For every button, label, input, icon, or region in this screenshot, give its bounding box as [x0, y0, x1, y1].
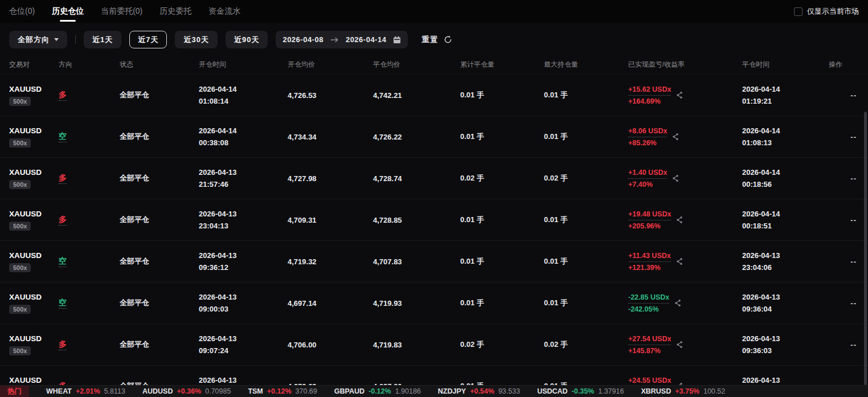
date-range-quick-button[interactable]: 近30天: [175, 31, 217, 48]
ticker-item[interactable]: AUDUSD +0.36% 0.70985: [142, 387, 231, 395]
pair-symbol: XAUUSD: [9, 168, 59, 177]
max-volume: 0.01 手: [544, 132, 628, 142]
open-date: 2026-04-14: [199, 125, 288, 137]
status-label: 全部平仓: [120, 215, 199, 225]
date-range-quick-button[interactable]: 近1天: [84, 31, 121, 48]
share-icon[interactable]: [672, 174, 679, 182]
share-icon[interactable]: [674, 299, 682, 307]
pair-cell: XAUUSD 500x: [9, 293, 59, 314]
share-icon[interactable]: [675, 216, 683, 224]
pair-cell: XAUUSD 500x: [9, 85, 59, 106]
pair-cell: XAUUSD 500x: [9, 126, 59, 148]
side-label: 空: [59, 256, 67, 267]
share-icon[interactable]: [675, 341, 683, 349]
ticker-item[interactable]: USDCAD -0.35% 1.37916: [537, 387, 624, 395]
ticker-change: +0.36%: [177, 387, 201, 395]
pair-symbol: XAUUSD: [9, 293, 59, 301]
date-range-picker[interactable]: 2026-04-08 2026-04-14: [276, 31, 408, 48]
pnl-percent: -242.05%: [628, 305, 669, 313]
close-clock: 09:36:04: [742, 303, 829, 315]
position-tab[interactable]: 当前委托(0): [101, 0, 142, 23]
open-date: 2026-04-13: [199, 166, 288, 178]
reset-button[interactable]: 重置: [421, 35, 438, 45]
open-price: 4,727.98: [288, 174, 373, 183]
pair-symbol: XAUUSD: [9, 251, 59, 260]
leverage-badge: 500x: [9, 305, 31, 314]
vertical-scrollbar[interactable]: [864, 112, 867, 385]
share-icon[interactable]: [675, 257, 683, 265]
close-price: 4,726.22: [373, 133, 460, 141]
close-time-cell: 2026-04-14 00:18:56: [742, 166, 829, 190]
close-clock: 00:18:56: [742, 178, 829, 190]
side-cell: 多: [59, 90, 120, 100]
close-time-cell: 2026-04-13 09:36:03: [742, 333, 829, 357]
date-range-quick-button[interactable]: 近7天: [129, 31, 167, 48]
close-clock: 00:18:51: [742, 220, 829, 232]
table-row: XAUUSD 500x 空 全部平仓 2026-04-13 09:36:12 4…: [0, 241, 868, 283]
direction-filter-dropdown[interactable]: 全部方向: [9, 31, 67, 48]
pnl-amount: -22.85 USDx: [628, 293, 669, 304]
ticker-price: 0.70985: [205, 387, 231, 395]
open-price: 4,726.53: [288, 91, 373, 100]
filter-toolbar: 全部方向 近1天 近7天 近30天 近90天 2026-04-08 2026-0…: [0, 23, 868, 55]
pnl-amount: +15.62 USDx: [628, 85, 671, 96]
share-icon[interactable]: [675, 91, 683, 99]
ticker-symbol: GBPAUD: [334, 387, 365, 395]
pnl-amount: +8.06 USDx: [628, 127, 667, 137]
ticker-price: 100.52: [703, 387, 725, 395]
chevron-down-icon: [54, 38, 59, 41]
divider: [75, 35, 76, 44]
close-time-cell: 2026-04-13 23:04:06: [742, 249, 829, 273]
share-icon[interactable]: [672, 133, 679, 141]
side-cell: 多: [59, 173, 120, 183]
position-tab[interactable]: 历史委托: [159, 0, 191, 23]
ticker-change: +0.54%: [470, 387, 494, 395]
ticker-item[interactable]: TSM +0.12% 370.69: [248, 387, 317, 395]
pnl-percent: +145.87%: [628, 347, 671, 355]
date-range-quick-button[interactable]: 近90天: [226, 31, 268, 48]
open-clock: 09:36:12: [199, 261, 288, 273]
close-date: 2026-04-13: [742, 291, 829, 303]
range-label: 近90天: [234, 35, 259, 45]
position-tabbar: 仓位(0) 历史仓位 当前委托(0) 历史委托 资金流水 仅显示当前市场: [0, 0, 868, 23]
ticker-item[interactable]: GBPAUD -0.12% 1.90186: [334, 387, 421, 395]
refresh-icon[interactable]: [444, 35, 452, 44]
open-clock: 21:57:46: [199, 178, 288, 190]
row-action: --: [829, 216, 868, 224]
ticker-symbol: AUDUSD: [142, 387, 173, 395]
pnl-amount: +1.40 USDx: [628, 169, 667, 179]
table-row: XAUUSD 500x 多 全部平仓 2026-04-14 01:08:14 4…: [0, 75, 868, 116]
close-date: 2026-04-13: [742, 333, 829, 345]
date-to: 2026-04-14: [346, 35, 387, 44]
ticker-item[interactable]: NZDJPY +0.54% 93.533: [438, 387, 520, 395]
ticker-price: 370.69: [296, 387, 317, 395]
pair-symbol: XAUUSD: [9, 376, 59, 384]
side-label: 空: [59, 132, 67, 142]
close-price: 4,728.74: [373, 174, 460, 183]
closed-volume: 0.02 手: [460, 173, 544, 183]
ticker-item[interactable]: XBRUSD +3.75% 100.52: [641, 387, 725, 395]
pnl-amount: +19.48 USDx: [628, 210, 671, 220]
open-time-cell: 2026-04-14 01:08:14: [199, 83, 288, 107]
pnl-values: -22.85 USDx -242.05%: [628, 293, 669, 313]
close-time-cell: 2026-04-14 01:19:21: [742, 83, 829, 107]
closed-volume: 0.01 手: [460, 298, 544, 308]
row-action: --: [829, 133, 868, 141]
reset-controls: 重置: [421, 35, 452, 45]
hot-badge[interactable]: 热门: [0, 386, 29, 397]
close-time-cell: 2026-04-13 09:36:04: [742, 291, 829, 315]
side-label: 多: [59, 90, 67, 101]
ticker-price: 1.90186: [395, 387, 421, 395]
position-tab[interactable]: 历史仓位: [52, 0, 84, 23]
position-tab[interactable]: 资金流水: [208, 0, 240, 23]
position-tab[interactable]: 仓位(0): [9, 0, 35, 23]
close-time-cell: 2026-04-14 01:08:13: [742, 125, 829, 149]
ticker-symbol: TSM: [248, 387, 263, 395]
current-market-checkbox[interactable]: [794, 7, 803, 16]
row-action: --: [829, 91, 868, 100]
current-market-label: 仅显示当前市场: [807, 6, 859, 17]
open-date: 2026-04-13: [199, 333, 288, 345]
column-header: 状态: [120, 60, 199, 69]
open-time-cell: 2026-04-13 09:00:03: [199, 291, 288, 315]
ticker-item[interactable]: WHEAT +2.01% 5.8113: [46, 387, 125, 395]
